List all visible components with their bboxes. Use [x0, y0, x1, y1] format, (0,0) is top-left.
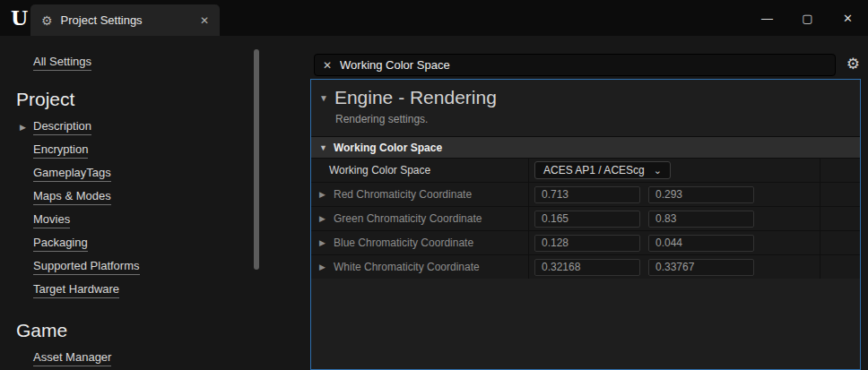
expand-arrow-icon[interactable]: ▶: [319, 262, 334, 271]
setting-label: Working Color Space: [311, 159, 529, 182]
tab-close-icon[interactable]: ✕: [200, 14, 209, 27]
setting-label-cell: ▶ Red Chromaticity Coordinate: [311, 183, 529, 206]
row-extra-cell: [820, 159, 860, 182]
sidebar-item-label[interactable]: Packaging: [33, 236, 88, 252]
setting-label-cell: ▶ Blue Chromaticity Coordinate: [311, 231, 529, 254]
setting-label: White Chromaticity Coordinate: [334, 261, 480, 273]
coordinate-x-input[interactable]: [534, 235, 640, 252]
coordinate-x-input[interactable]: [534, 186, 640, 203]
settings-gear-icon[interactable]: ⚙: [846, 55, 860, 73]
setting-label: Red Chromaticity Coordinate: [334, 188, 472, 201]
setting-row-working-color-space: Working Color Space ACES AP1 / ACEScg ⌄: [311, 158, 860, 182]
setting-value-cell: [529, 183, 820, 206]
setting-value-cell: [529, 207, 820, 230]
sidebar-section-game: Game: [16, 320, 309, 341]
panel-title: Engine - Rendering: [334, 87, 497, 108]
setting-label-cell: ▶ White Chromaticity Coordinate: [311, 255, 529, 279]
sidebar-section-project: Project: [16, 89, 309, 110]
setting-row-blue-chromaticity: ▶ Blue Chromaticity Coordinate: [311, 230, 860, 254]
category-label: Working Color Space: [334, 142, 442, 154]
panel-header: ▼ Engine - Rendering: [311, 80, 860, 108]
coordinate-y-input[interactable]: [648, 259, 754, 276]
sidebar-item-label[interactable]: Target Hardware: [33, 282, 119, 298]
search-bar[interactable]: ✕: [314, 54, 836, 76]
sidebar-item-encryption[interactable]: Encryption: [20, 139, 309, 162]
clear-search-icon[interactable]: ✕: [323, 59, 332, 72]
expand-arrow-icon[interactable]: ▶: [319, 190, 334, 199]
unreal-logo-icon: U: [11, 6, 28, 30]
collapse-arrow-icon[interactable]: ▼: [319, 93, 328, 103]
sidebar-item-description[interactable]: ▶ Description: [20, 116, 309, 139]
row-extra-cell: [820, 255, 860, 279]
coordinate-y-input[interactable]: [648, 211, 754, 228]
setting-label-cell: ▶ Green Chromaticity Coordinate: [311, 207, 529, 230]
window-controls: — ▢ ✕: [747, 0, 868, 36]
setting-value-cell: [529, 231, 820, 254]
sidebar-item-label[interactable]: GameplayTags: [33, 166, 111, 182]
maximize-button[interactable]: ▢: [787, 0, 828, 36]
sidebar-item-label[interactable]: Asset Manager: [33, 350, 111, 366]
expand-arrow-icon[interactable]: ▶: [20, 123, 33, 132]
settings-main: ✕ ⚙ ▼ Engine - Rendering Rendering setti…: [309, 36, 868, 370]
working-color-space-dropdown[interactable]: ACES AP1 / ACEScg ⌄: [534, 161, 671, 179]
setting-row-red-chromaticity: ▶ Red Chromaticity Coordinate: [311, 182, 860, 206]
setting-value-cell: ACES AP1 / ACEScg ⌄: [529, 159, 820, 182]
setting-row-white-chromaticity: ▶ White Chromaticity Coordinate: [311, 254, 860, 279]
category-working-color-space[interactable]: ▼ Working Color Space: [311, 136, 860, 158]
sidebar-item-maps-modes[interactable]: Maps & Modes: [20, 185, 309, 209]
sidebar-item-all-settings[interactable]: All Settings: [33, 55, 91, 71]
settings-sidebar: All Settings Project ▶ Description Encry…: [0, 36, 309, 370]
settings-panel: ▼ Engine - Rendering Rendering settings.…: [310, 79, 861, 370]
tab-project-settings[interactable]: ⚙ Project Settings ✕: [30, 4, 220, 36]
collapse-arrow-icon[interactable]: ▼: [319, 143, 327, 152]
project-settings-window: U ⚙ Project Settings ✕ — ▢ ✕ All Setting…: [0, 0, 868, 370]
minimize-button[interactable]: —: [747, 0, 787, 36]
expand-arrow-icon[interactable]: ▶: [319, 214, 334, 223]
sidebar-item-gameplaytags[interactable]: GameplayTags: [20, 162, 309, 185]
row-extra-cell: [820, 183, 860, 206]
sidebar-item-label[interactable]: Encryption: [33, 142, 88, 159]
coordinate-y-input[interactable]: [648, 186, 754, 203]
sidebar-item-packaging[interactable]: Packaging: [20, 232, 309, 255]
sidebar-item-label[interactable]: Description: [33, 119, 91, 135]
sidebar-item-label[interactable]: Supported Platforms: [33, 259, 140, 275]
sidebar-item-supported-platforms[interactable]: Supported Platforms: [20, 255, 309, 279]
row-extra-cell: [820, 207, 860, 230]
coordinate-x-input[interactable]: [534, 259, 640, 276]
dropdown-value: ACES AP1 / ACEScg: [543, 164, 645, 176]
sidebar-scrollbar[interactable]: [254, 49, 259, 270]
title-bar: U ⚙ Project Settings ✕ — ▢ ✕: [0, 0, 868, 36]
sidebar-item-label[interactable]: Movies: [33, 212, 70, 228]
coordinate-y-input[interactable]: [648, 235, 754, 252]
sidebar-item-asset-manager[interactable]: Asset Manager: [20, 347, 309, 370]
row-extra-cell: [820, 231, 860, 254]
setting-value-cell: [529, 255, 820, 279]
setting-row-green-chromaticity: ▶ Green Chromaticity Coordinate: [311, 206, 860, 230]
project-settings-icon: ⚙: [41, 13, 53, 28]
close-button[interactable]: ✕: [828, 0, 868, 36]
setting-label: Blue Chromaticity Coordinate: [334, 237, 473, 249]
panel-subtitle: Rendering settings.: [335, 113, 860, 125]
coordinate-x-input[interactable]: [534, 211, 640, 228]
expand-arrow-icon[interactable]: ▶: [319, 238, 334, 247]
chevron-down-icon: ⌄: [654, 165, 662, 176]
sidebar-item-target-hardware[interactable]: Target Hardware: [20, 279, 309, 302]
sidebar-item-movies[interactable]: Movies: [20, 209, 309, 232]
sidebar-item-label[interactable]: Maps & Modes: [33, 189, 111, 205]
tab-title: Project Settings: [61, 13, 143, 27]
setting-label: Green Chromaticity Coordinate: [334, 212, 482, 225]
search-input[interactable]: [340, 58, 827, 72]
